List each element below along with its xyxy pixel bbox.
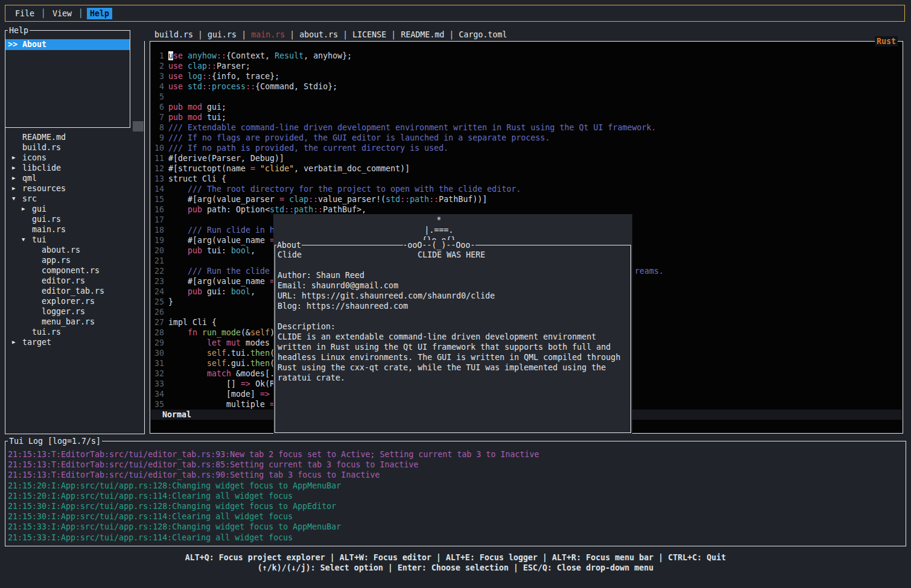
chevron-collapsed-icon[interactable]: ▶	[12, 183, 22, 194]
code-line: 7pub mod tui;	[152, 112, 901, 122]
chevron-expanded-icon[interactable]: ▼	[12, 194, 22, 204]
code-line: 14 /// The root directory for the projec…	[152, 184, 901, 194]
log-entry: 21:15:33:I:App:src/tui/app.rs:114:Cleari…	[8, 533, 904, 543]
log-entry: 21:15:30:I:App:src/tui/app.rs:128:Changi…	[8, 501, 904, 511]
code-line: 8/// Extendable command-line driven deve…	[152, 122, 901, 133]
log-entry: 21:15:20:I:App:src/tui/app.rs:128:Changi…	[8, 481, 904, 491]
code-line: 3use log::{info, trace};	[152, 71, 901, 81]
tree-item-readme-md[interactable]: README.md	[5, 132, 144, 142]
tree-item-menu_bar-rs[interactable]: menu_bar.rs	[5, 317, 144, 327]
help-dropdown-option-about[interactable]: >> About	[5, 39, 130, 50]
chevron-collapsed-icon[interactable]: ▶	[12, 153, 22, 163]
code-line: 15 #[arg(value_parser = clap::value_pars…	[152, 194, 901, 204]
log-entry: 21:15:33:I:App:src/tui/app.rs:128:Changi…	[8, 522, 904, 532]
tab-license[interactable]: LICENSE	[352, 30, 386, 39]
tree-item-component-rs[interactable]: component.rs	[5, 265, 144, 276]
tree-item-about-rs[interactable]: about.rs	[5, 245, 144, 255]
statusbar-shortcuts-line2: (↑/k)/(↓/j): Select option | Enter: Choo…	[0, 563, 911, 573]
code-line: 6pub mod gui;	[152, 102, 901, 112]
tree-item-src[interactable]: ▼src	[5, 194, 144, 204]
tui-log-panel: Tui Log [log=1.7/s] 21:15:13:T:EditorTab…	[5, 441, 906, 546]
tab-readme.md[interactable]: README.md	[401, 30, 444, 39]
tui-log-title: Tui Log [log=1.7/s]	[8, 436, 102, 446]
code-line: 13struct Cli {	[152, 174, 901, 184]
code-line: 9/// If no flags are provided, the GUI e…	[152, 133, 901, 143]
code-line: 10/// If no path is provided, the curren…	[152, 143, 901, 153]
code-line: 5	[152, 92, 901, 102]
chevron-expanded-icon[interactable]: ▼	[22, 235, 32, 245]
log-entry: 21:15:13:T:EditorTab:src/tui/editor_tab.…	[8, 470, 904, 480]
tree-item-target[interactable]: ▶target	[5, 337, 144, 347]
menu-item-help[interactable]: Help	[87, 8, 112, 19]
code-overflow-fragment: reams.	[635, 266, 664, 276]
log-entry: 21:15:30:I:App:src/tui/app.rs:114:Cleari…	[8, 511, 904, 522]
ascii-art-border-line: -ooO--(_)--Ooo-	[402, 240, 475, 250]
tree-item-libclide[interactable]: ▶libclide	[5, 163, 144, 173]
log-entry: 21:15:20:I:App:src/tui/app.rs:114:Cleari…	[8, 491, 904, 501]
chevron-collapsed-icon[interactable]: ▶	[12, 337, 22, 347]
tree-item-editor-rs[interactable]: editor.rs	[5, 276, 144, 286]
chevron-collapsed-icon[interactable]: ▶	[12, 173, 22, 183]
vim-mode-indicator: Normal	[162, 410, 191, 419]
code-line: 12#[structopt(name = "clide", verbatim_d…	[152, 163, 901, 174]
tree-item-gui[interactable]: ▶gui	[5, 204, 144, 214]
menu-bar: File│View│Help	[5, 5, 905, 22]
file-tree: README.mdbuild.rs▶icons▶libclide▶qml▶res…	[5, 132, 144, 347]
tree-item-resources[interactable]: ▶resources	[5, 183, 144, 194]
about-popup-box: About -ooO--(_)--Ooo- Clide CLIDE WAS HE…	[275, 245, 631, 433]
about-popup-body: Clide CLIDE WAS HERE Author: Shaun Reed …	[278, 250, 630, 383]
explorer-scrollbar-thumb[interactable]	[133, 121, 144, 131]
tab-cargo.toml[interactable]: Cargo.toml	[459, 30, 507, 39]
chevron-collapsed-icon[interactable]: ▶	[22, 204, 32, 214]
menu-item-file[interactable]: File	[12, 8, 37, 19]
log-entry: 21:15:13:T:EditorTab:src/tui/editor_tab.…	[8, 460, 904, 470]
tree-item-gui-rs[interactable]: gui.rs	[5, 214, 144, 224]
tree-item-main-rs[interactable]: main.rs	[5, 224, 144, 235]
tree-item-logger-rs[interactable]: logger.rs	[5, 306, 144, 317]
tab-about.rs[interactable]: about.rs	[299, 30, 338, 39]
help-dropdown-title: Help	[8, 25, 30, 36]
about-popup: * |.===. {}o o{} About -ooO--(_)--Ooo- C…	[273, 214, 632, 434]
log-entry: 21:15:13:T:EditorTab:src/tui/editor_tab.…	[8, 449, 904, 460]
tree-item-tui[interactable]: ▼tui	[5, 235, 144, 245]
tab-main.rs[interactable]: main.rs	[251, 30, 285, 39]
tree-item-tui-rs[interactable]: tui.rs	[5, 327, 144, 337]
statusbar-shortcuts-line1: ALT+Q: Focus project explorer | ALT+W: F…	[0, 552, 911, 563]
tab-build.rs[interactable]: build.rs	[154, 30, 193, 39]
code-line: 2use clap::Parser;	[152, 61, 901, 71]
help-dropdown: Help >> About	[5, 30, 130, 128]
tree-item-icons[interactable]: ▶icons	[5, 153, 144, 163]
chevron-collapsed-icon[interactable]: ▶	[12, 163, 22, 173]
code-line: 4use std::process::{Command, Stdio};	[152, 81, 901, 92]
tree-item-editor_tab-rs[interactable]: editor_tab.rs	[5, 286, 144, 296]
tab-gui.rs[interactable]: gui.rs	[208, 30, 236, 39]
tree-item-app-rs[interactable]: app.rs	[5, 255, 144, 265]
tree-item-qml[interactable]: ▶qml	[5, 173, 144, 183]
editor-tabs: build.rs | gui.rs | main.rs | about.rs |…	[154, 30, 507, 40]
log-entries: 21:15:13:T:EditorTab:src/tui/editor_tab.…	[8, 449, 904, 543]
code-line: 11#[derive(Parser, Debug)]	[152, 153, 901, 163]
code-line: 16 pub path: Option<std::path::PathBuf>,	[152, 204, 901, 215]
code-line: 1use anyhow::{Context, Result, anyhow};	[152, 51, 901, 61]
menu-item-view[interactable]: View	[49, 8, 75, 19]
about-popup-title: About	[276, 240, 302, 250]
menu-bar-items: File│View│Help	[12, 8, 112, 19]
app-window: File│View│Help build.rs | gui.rs | main.…	[0, 0, 911, 588]
tree-item-explorer-rs[interactable]: explorer.rs	[5, 296, 144, 306]
editor-language-badge: Rust	[875, 36, 898, 46]
tree-item-build-rs[interactable]: build.rs	[5, 142, 144, 153]
